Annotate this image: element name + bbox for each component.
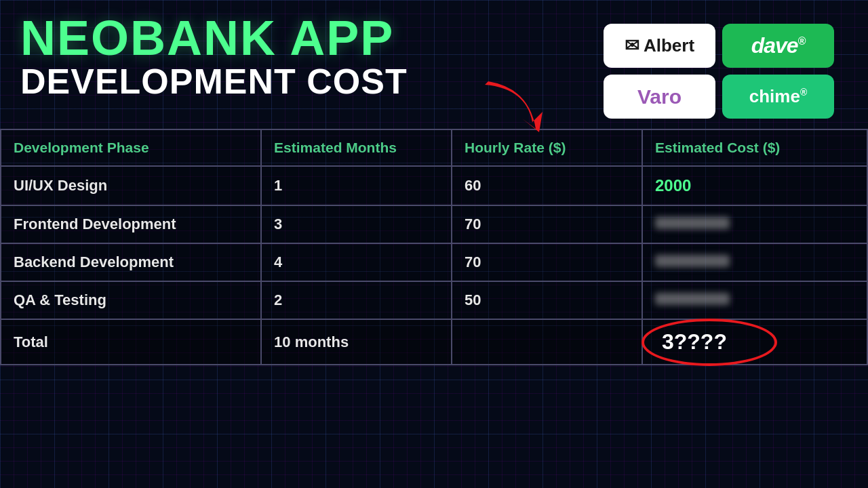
- blurred-cost-value: [655, 255, 730, 267]
- total-cost-content: 3????: [655, 329, 854, 354]
- title-section: NEOBANK APP DEVELOPMENT COST: [20, 14, 408, 101]
- cost-cell: 2000: [642, 166, 867, 205]
- brand-dave: dave®: [722, 24, 834, 68]
- brands-grid: ✉ Albert dave® Varo chime®: [604, 14, 848, 119]
- col-header-months: Estimated Months: [261, 130, 452, 166]
- total-rate-cell: [452, 319, 642, 365]
- cost-table: Development Phase Estimated Months Hourl…: [1, 130, 868, 365]
- varo-label: Varo: [637, 85, 682, 108]
- months-cell: 3: [261, 205, 452, 243]
- table-row: UI/UX Design 1 60 2000: [1, 166, 867, 205]
- table-row: Frontend Development 3 70: [1, 205, 867, 243]
- cost-table-container: Development Phase Estimated Months Hourl…: [0, 129, 868, 365]
- table-row: Backend Development 4 70: [1, 243, 867, 281]
- albert-icon: ✉: [625, 35, 639, 56]
- col-header-cost: Estimated Cost ($): [642, 130, 867, 166]
- total-cost-question: 3????: [655, 329, 727, 354]
- phase-cell: UI/UX Design: [1, 166, 261, 205]
- header: NEOBANK APP DEVELOPMENT COST ✉ Albert da…: [0, 0, 868, 125]
- table-row: QA & Testing 2 50: [1, 281, 867, 319]
- phase-cell: Backend Development: [1, 243, 261, 281]
- total-months-cell: 10 months: [261, 319, 452, 365]
- blurred-cost-value: [655, 217, 730, 229]
- cost-cell: [642, 243, 867, 281]
- cost-value-green: 2000: [655, 176, 691, 195]
- cost-cell: [642, 281, 867, 319]
- rate-cell: 70: [452, 205, 642, 243]
- months-cell: 4: [261, 243, 452, 281]
- rate-cell: 70: [452, 243, 642, 281]
- total-cost-cell: 3????: [642, 319, 867, 365]
- brand-albert: ✉ Albert: [604, 24, 715, 68]
- cost-cell: [642, 205, 867, 243]
- main-title: NEOBANK APP: [20, 14, 408, 62]
- total-phase-cell: Total: [1, 319, 261, 365]
- phase-cell: Frontend Development: [1, 205, 261, 243]
- arrow-decoration: [475, 68, 556, 152]
- months-cell: 2: [261, 281, 452, 319]
- phase-cell: QA & Testing: [1, 281, 261, 319]
- dave-label: dave®: [751, 33, 806, 58]
- rate-cell: 50: [452, 281, 642, 319]
- sub-title: DEVELOPMENT COST: [20, 62, 408, 101]
- total-row: Total 10 months 3????: [1, 319, 867, 365]
- brand-chime: chime®: [722, 75, 834, 119]
- col-header-phase: Development Phase: [1, 130, 261, 166]
- blurred-cost-value: [655, 293, 730, 305]
- albert-label: Albert: [644, 35, 694, 56]
- months-cell: 1: [261, 166, 452, 205]
- chime-label: chime®: [749, 86, 807, 107]
- table-header-row: Development Phase Estimated Months Hourl…: [1, 130, 867, 166]
- brand-varo: Varo: [604, 75, 715, 119]
- rate-cell: 60: [452, 166, 642, 205]
